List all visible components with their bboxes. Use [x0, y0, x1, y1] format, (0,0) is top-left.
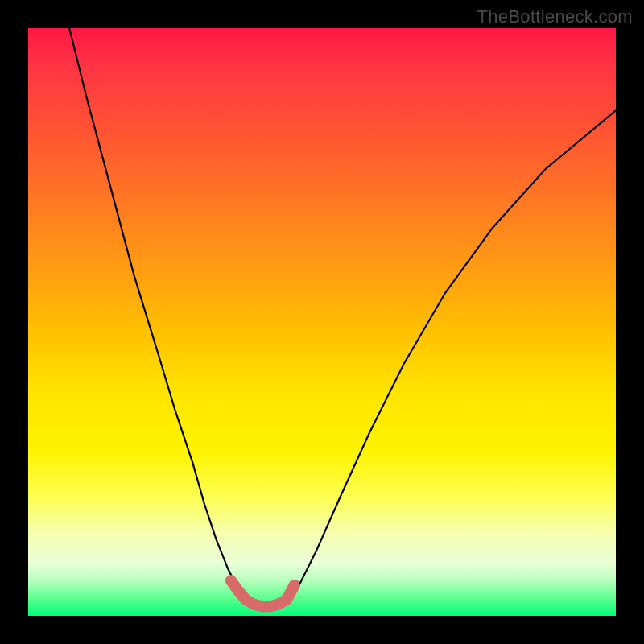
- svg-point-0: [289, 580, 300, 591]
- chart-svg: [28, 28, 616, 616]
- valley-markers: [231, 580, 300, 606]
- curve-left: [69, 28, 249, 604]
- curve-right: [287, 110, 616, 604]
- watermark-text: TheBottleneck.com: [477, 6, 633, 27]
- chart-area: [28, 28, 616, 616]
